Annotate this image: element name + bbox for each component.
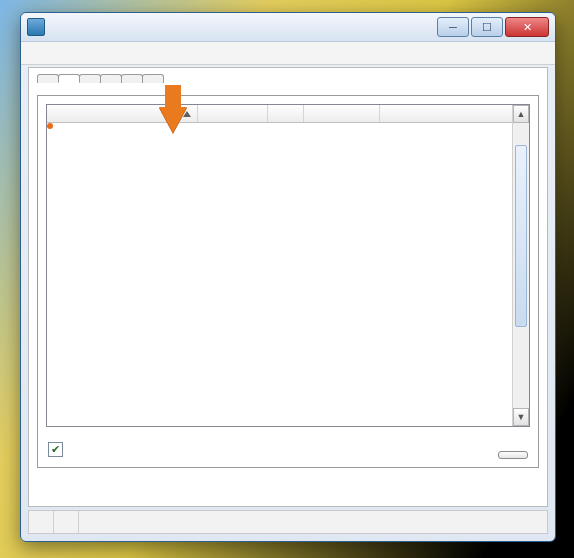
status-processes <box>29 511 54 533</box>
client-area: ▲ ▼ ✔ <box>28 67 548 507</box>
status-bar <box>28 510 548 534</box>
tab-panel: ▲ ▼ ✔ <box>37 95 539 468</box>
tab-processes[interactable] <box>58 74 80 83</box>
status-cpu <box>54 511 79 533</box>
col-mem[interactable] <box>303 105 379 122</box>
tab-network[interactable] <box>121 74 143 83</box>
titlebar[interactable]: ─ ☐ ✕ <box>21 13 555 42</box>
app-icon <box>27 18 45 36</box>
tab-performance[interactable] <box>100 74 122 83</box>
scroll-up-icon[interactable]: ▲ <box>513 105 529 123</box>
col-user[interactable] <box>197 105 267 122</box>
checkbox-icon[interactable]: ✔ <box>48 442 63 457</box>
scroll-down-icon[interactable]: ▼ <box>513 408 529 426</box>
highlight-box <box>47 123 53 129</box>
end-process-button[interactable] <box>498 451 528 459</box>
tab-users[interactable] <box>142 74 164 83</box>
col-name[interactable] <box>47 105 197 122</box>
vertical-scrollbar[interactable]: ▲ ▼ <box>512 105 529 426</box>
close-button[interactable]: ✕ <box>505 17 549 37</box>
tab-applications[interactable] <box>37 74 59 83</box>
scroll-thumb[interactable] <box>515 145 527 327</box>
sort-asc-icon <box>183 111 191 117</box>
col-cpu[interactable] <box>267 105 303 122</box>
minimize-button[interactable]: ─ <box>437 17 469 37</box>
status-memory <box>79 511 547 533</box>
tabs <box>37 74 163 83</box>
menubar <box>21 42 555 65</box>
column-headers <box>47 105 529 122</box>
process-list: ▲ ▼ <box>46 104 530 427</box>
maximize-button[interactable]: ☐ <box>471 17 503 37</box>
show-all-users-row[interactable]: ✔ <box>48 442 69 457</box>
task-manager-window: ─ ☐ ✕ <box>20 12 556 542</box>
tab-services[interactable] <box>79 74 101 83</box>
col-desc[interactable] <box>379 105 529 122</box>
